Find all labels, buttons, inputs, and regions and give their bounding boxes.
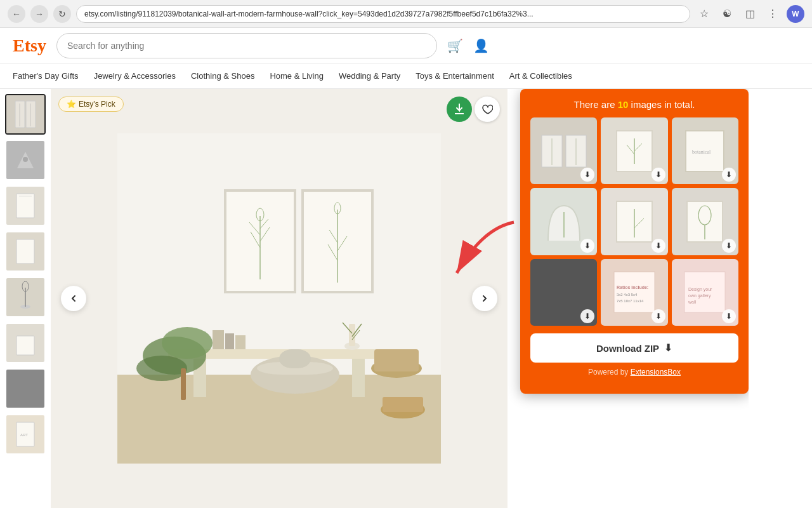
popup-dl-6[interactable]: ⬇	[722, 239, 736, 253]
bookmark-icon[interactable]: ☆	[695, 5, 713, 23]
thumbnail-6[interactable]	[5, 323, 46, 363]
sidebar-icon[interactable]: ◫	[741, 5, 759, 23]
popup-thumb-8[interactable]: Ratios Include:3x2 4x3 5x47x5 10x7 11x14…	[601, 259, 667, 326]
thumbnail-4[interactable]	[5, 231, 46, 272]
nav-item-jewelry[interactable]: Jewelry & Accessories	[94, 71, 176, 81]
url-text: etsy.com/listing/911812039/botanical-wal…	[84, 10, 534, 18]
svg-rect-25	[349, 324, 355, 346]
popup-title: There are 10 images in total.	[530, 99, 738, 110]
svg-text:7x5  10x7  11x14: 7x5 10x7 11x14	[617, 299, 644, 303]
svg-rect-35	[181, 368, 186, 400]
thumbnail-3[interactable]	[5, 185, 46, 226]
browser-icons: ☆ ☯ ◫ ⋮ W	[695, 5, 804, 23]
popup-thumb-5[interactable]: ⬇	[601, 188, 667, 255]
prev-image-button[interactable]	[61, 286, 86, 311]
svg-rect-23	[235, 335, 246, 349]
svg-rect-22	[225, 333, 234, 349]
svg-rect-8	[16, 239, 34, 264]
svg-rect-31	[279, 349, 311, 368]
main-product-image	[51, 89, 508, 508]
room-scene-svg	[117, 133, 441, 464]
svg-point-33	[162, 327, 213, 359]
svg-rect-0	[15, 101, 25, 128]
svg-rect-1	[26, 101, 36, 128]
svg-rect-6	[16, 194, 34, 218]
back-button[interactable]: ←	[8, 5, 25, 23]
download-zip-icon: ⬇	[664, 342, 672, 354]
search-input[interactable]	[56, 33, 437, 58]
main-image-area: ⭐ Etsy's Pick	[51, 89, 508, 508]
menu-icon[interactable]: ⋮	[764, 5, 782, 23]
powered-by-section: Powered by ExtensionsBox	[530, 368, 738, 377]
thumbnail-2[interactable]	[5, 140, 46, 180]
svg-text:Design your: Design your	[688, 287, 712, 292]
extensions-box-link[interactable]: ExtensionsBox	[631, 368, 681, 377]
url-bar[interactable]: etsy.com/listing/911812039/botanical-wal…	[76, 5, 690, 23]
etsy-pick-text: Etsy's Pick	[79, 100, 115, 109]
svg-text:Ratios Include:: Ratios Include:	[617, 285, 648, 290]
nav-item-toys[interactable]: Toys & Entertainment	[416, 71, 494, 81]
popup-thumb-4[interactable]: ⬇	[530, 188, 597, 255]
thumbnail-5[interactable]	[5, 277, 46, 318]
download-fab[interactable]	[447, 97, 472, 122]
popup-dl-2[interactable]: ⬇	[652, 168, 665, 182]
svg-point-5	[23, 157, 28, 162]
svg-point-34	[136, 356, 187, 381]
popup-dl-5[interactable]: ⬇	[652, 239, 665, 253]
product-panel: Low in... S$1 Botanical Wall Art, Modern…	[508, 89, 749, 508]
popup-thumb-2[interactable]: ⬇	[601, 117, 667, 184]
popup-count: 10	[618, 99, 629, 110]
svg-rect-37	[374, 349, 419, 371]
wishlist-button[interactable]	[475, 97, 500, 122]
popup-image-grid: ⬇ ⬇ botanical ⬇	[530, 117, 738, 326]
main-content: ART ⭐ Etsy's Pick	[0, 89, 812, 508]
next-image-button[interactable]	[472, 286, 497, 311]
browser-chrome: ← → ↻ etsy.com/listing/911812039/botanic…	[0, 0, 812, 28]
svg-rect-80	[614, 272, 655, 312]
thumbnail-strip: ART	[0, 89, 51, 508]
svg-rect-52	[383, 397, 423, 412]
thumbnail-7[interactable]	[5, 368, 46, 409]
etsy-pick-badge: ⭐ Etsy's Pick	[58, 97, 124, 112]
refresh-button[interactable]: ↻	[53, 5, 71, 23]
download-zip-button[interactable]: Download ZIP ⬇	[530, 333, 738, 363]
svg-rect-20	[352, 359, 365, 397]
nav-item-wedding[interactable]: Wedding & Party	[339, 71, 400, 81]
account-icon[interactable]: 👤	[473, 38, 489, 53]
etsy-logo[interactable]: Etsy	[13, 36, 46, 56]
svg-text:ART: ART	[20, 433, 28, 437]
download-popup: There are 10 images in total. ⬇ ⬇	[520, 89, 749, 394]
forward-button[interactable]: →	[30, 5, 48, 23]
cart-icon[interactable]: 🛒	[447, 38, 463, 53]
etsy-nav: Father's Day Gifts Jewelry & Accessories…	[0, 64, 812, 89]
profile-avatar[interactable]: W	[787, 5, 804, 23]
popup-dl-9[interactable]: ⬇	[722, 309, 736, 323]
nav-item-fathers-day[interactable]: Father's Day Gifts	[13, 71, 79, 81]
etsy-header: Etsy 🛒 👤	[0, 28, 812, 64]
svg-text:3x2  4x3  5x4: 3x2 4x3 5x4	[617, 293, 638, 297]
svg-text:wall: wall	[688, 300, 697, 304]
popup-thumb-7[interactable]: ⬇	[530, 259, 597, 326]
popup-thumb-9[interactable]: Design yourown gallerywall ⬇	[672, 259, 738, 326]
thumbnail-8[interactable]: ART	[5, 414, 46, 455]
popup-dl-4[interactable]: ⬇	[580, 239, 594, 253]
popup-thumb-1[interactable]: ⬇	[530, 117, 597, 184]
svg-rect-85	[684, 272, 725, 312]
svg-rect-12	[16, 336, 34, 355]
popup-thumb-6[interactable]: ⬇	[672, 188, 738, 255]
nav-item-clothing[interactable]: Clothing & Shoes	[191, 71, 254, 81]
svg-text:own gallery: own gallery	[688, 293, 711, 298]
extensions-icon[interactable]: ☯	[718, 5, 736, 23]
svg-text:botanical: botanical	[692, 149, 711, 155]
thumbnail-1[interactable]	[5, 94, 46, 135]
popup-dl-8[interactable]: ⬇	[652, 309, 665, 323]
download-zip-label: Download ZIP	[596, 343, 659, 354]
header-icons: 🛒 👤	[447, 38, 489, 53]
svg-rect-21	[213, 330, 224, 349]
nav-item-home[interactable]: Home & Living	[270, 71, 324, 81]
nav-item-art[interactable]: Art & Collectibles	[509, 71, 572, 81]
popup-thumb-3[interactable]: botanical ⬇	[672, 117, 738, 184]
